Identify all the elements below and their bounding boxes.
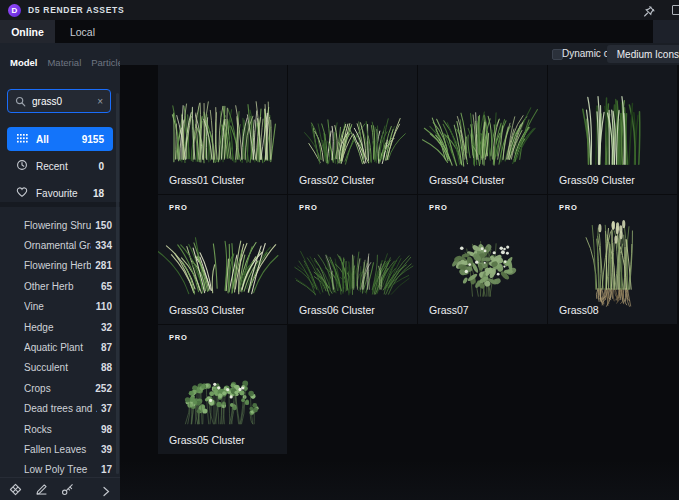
- content-toolbar: Dynamic only Medium Icons: [120, 43, 679, 65]
- quick-filter-count: 18: [93, 188, 104, 199]
- category-count: 17: [101, 464, 112, 475]
- pro-badge: PRO: [559, 203, 578, 212]
- asset-card[interactable]: Grass01 Cluster: [158, 65, 287, 194]
- category-count: 37: [101, 403, 112, 414]
- pro-badge: PRO: [429, 203, 448, 212]
- category-label: Flowering Shrub: [24, 220, 91, 231]
- category-count: 252: [95, 383, 112, 394]
- edit-pencil-icon[interactable]: [35, 483, 48, 496]
- category-count: 110: [96, 301, 112, 312]
- category-count: 334: [95, 240, 112, 251]
- icon-size-dropdown[interactable]: Medium Icons: [607, 45, 679, 63]
- window-title: D5 RENDER ASSETS: [28, 5, 124, 15]
- quick-filter-all[interactable]: All9155: [7, 127, 113, 151]
- quick-filter-label: Favourite: [36, 188, 78, 199]
- category-item[interactable]: Flowering Herb281: [0, 256, 120, 276]
- category-item[interactable]: Flowering Shrub150: [0, 215, 120, 235]
- category-item[interactable]: Aquatic Plant87: [0, 337, 120, 357]
- category-label: Dead trees and …: [24, 403, 97, 414]
- category-count: 87: [101, 342, 112, 353]
- category-item[interactable]: Fallen Leaves39: [0, 439, 120, 459]
- tab-bar-cap: [653, 20, 679, 43]
- quick-filter-count: 9155: [82, 134, 104, 145]
- asset-card[interactable]: PROGrass08: [548, 195, 677, 324]
- category-label: Crops: [24, 383, 91, 394]
- titlebar: D D5 RENDER ASSETS: [0, 0, 679, 20]
- search-input[interactable]: grass0 ×: [7, 89, 111, 113]
- category-list: Flowering Shrub150Ornamental Grass334Flo…: [0, 215, 120, 480]
- category-item[interactable]: Rocks98: [0, 419, 120, 439]
- asset-name: Grass06 Cluster: [299, 304, 375, 316]
- category-item[interactable]: Vine110: [0, 297, 120, 317]
- category-count: 98: [101, 424, 112, 435]
- asset-card[interactable]: PROGrass06 Cluster: [288, 195, 417, 324]
- quick-filter-label: All: [36, 134, 49, 145]
- category-count: 88: [101, 362, 112, 373]
- asset-name: Grass04 Cluster: [429, 174, 505, 186]
- asset-card[interactable]: Grass09 Cluster: [548, 65, 677, 194]
- asset-name: Grass05 Cluster: [169, 434, 245, 446]
- quick-filter-count: 0: [98, 161, 104, 172]
- tab-online[interactable]: Online: [0, 20, 55, 43]
- category-count: 150: [95, 220, 112, 231]
- asset-card[interactable]: PROGrass03 Cluster: [158, 195, 287, 324]
- category-label: Low Poly Tree: [24, 464, 97, 475]
- asset-card[interactable]: Grass04 Cluster: [418, 65, 547, 194]
- pro-badge: PRO: [169, 333, 188, 342]
- key-icon[interactable]: [61, 483, 74, 496]
- pro-badge: PRO: [299, 203, 318, 212]
- asset-name: Grass08: [559, 304, 599, 316]
- main-tab-bar: Online Local: [0, 20, 653, 43]
- category-item[interactable]: Hedge32: [0, 317, 120, 337]
- material-box-icon[interactable]: [9, 483, 22, 496]
- search-clear-icon[interactable]: ×: [97, 96, 103, 107]
- category-label: Rocks: [24, 424, 97, 435]
- asset-card[interactable]: Grass02 Cluster: [288, 65, 417, 194]
- category-count: 65: [101, 281, 112, 292]
- sidebar-tab-particle[interactable]: Particle: [91, 57, 123, 68]
- category-item[interactable]: Succulent88: [0, 358, 120, 378]
- asset-card[interactable]: PROGrass07: [418, 195, 547, 324]
- quick-filters: All9155Recent0Favourite18: [7, 127, 113, 208]
- asset-name: Grass07: [429, 304, 469, 316]
- category-item[interactable]: Dead trees and …37: [0, 399, 120, 419]
- category-label: Hedge: [24, 322, 97, 333]
- category-label: Succulent: [24, 362, 97, 373]
- sidebar-collapse-chevron-icon[interactable]: [102, 483, 111, 500]
- asset-name: Grass01 Cluster: [169, 174, 245, 186]
- sidebar: ModelMaterialParticle grass0 × All9155Re…: [0, 43, 120, 500]
- search-icon: [15, 96, 26, 107]
- d5-logo-icon: D: [8, 4, 21, 17]
- asset-card[interactable]: PROGrass05 Cluster: [158, 325, 287, 454]
- pro-badge: PRO: [169, 203, 188, 212]
- category-item[interactable]: Other Herb65: [0, 276, 120, 296]
- sidebar-tab-material[interactable]: Material: [47, 57, 81, 68]
- category-label: Aquatic Plant: [24, 342, 97, 353]
- clock-icon: [16, 159, 28, 173]
- heart-icon: [16, 186, 28, 200]
- window-icon[interactable]: [672, 5, 679, 15]
- quick-filter-recent[interactable]: Recent0: [7, 154, 113, 178]
- sidebar-divider: [0, 202, 120, 207]
- category-label: Fallen Leaves: [24, 444, 97, 455]
- category-count: 39: [101, 444, 112, 455]
- grid-icon: [16, 133, 28, 146]
- sidebar-tab-model[interactable]: Model: [10, 57, 37, 68]
- category-count: 281: [95, 260, 112, 271]
- category-label: Ornamental Grass: [24, 240, 91, 251]
- quick-filter-label: Recent: [36, 161, 68, 172]
- category-item[interactable]: Crops252: [0, 378, 120, 398]
- asset-name: Grass03 Cluster: [169, 304, 245, 316]
- d5-render-assets-window: D D5 RENDER ASSETS Online Local ModelMat…: [0, 0, 679, 500]
- category-count: 32: [101, 322, 112, 333]
- asset-grid: Grass01 ClusterGrass02 ClusterGrass04 Cl…: [120, 65, 679, 500]
- category-label: Vine: [24, 301, 92, 312]
- sidebar-bottom-bar: [0, 477, 120, 500]
- category-item[interactable]: Ornamental Grass334: [0, 235, 120, 255]
- category-label: Other Herb: [24, 281, 97, 292]
- tab-local[interactable]: Local: [55, 20, 110, 43]
- sidebar-scrollbar[interactable]: [116, 93, 119, 474]
- asset-name: Grass09 Cluster: [559, 174, 635, 186]
- library-tabs: ModelMaterialParticle: [10, 57, 123, 68]
- asset-name: Grass02 Cluster: [299, 174, 375, 186]
